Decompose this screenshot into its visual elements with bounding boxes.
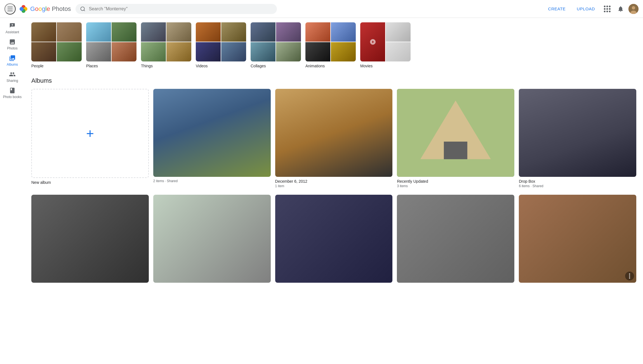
notifications-button[interactable] [615,3,626,15]
album-meta-shared: 2 items · Shared [153,179,271,183]
movies-img-1 [360,22,385,61]
album-item-recently[interactable]: Recently Updated 3 items [397,89,514,188]
category-people[interactable]: People [31,22,82,68]
things-img-4 [166,42,191,61]
collages-img-3 [251,42,275,61]
people-img-4 [57,42,82,61]
albums-grid: + New album 2 items · Shared December 6,… [31,89,636,188]
sidebar-item-photos[interactable]: Photos [0,36,25,53]
google-photos-icon [18,3,29,15]
bottom-album-3[interactable] [275,195,393,283]
category-videos[interactable]: Videos [196,22,246,68]
more-options-button[interactable] [625,272,634,280]
people-label: People [31,64,44,68]
album-photo-recently [397,89,514,177]
album-thumb-dropbox [519,89,636,177]
sidebar-item-sharing[interactable]: Sharing [0,69,25,85]
category-things[interactable]: Things [141,22,191,68]
movies-img-2 [386,22,411,42]
videos-img-2 [221,22,246,42]
album-meta-dec2012: 1 item [275,184,393,188]
animations-mosaic [305,22,356,61]
movies-img-3 [386,42,411,61]
album-title-dropbox: Drop Box [519,179,636,184]
movies-label: Movies [360,64,373,68]
videos-mosaic [196,22,246,61]
header-actions: CREATE UPLOAD [544,3,639,15]
bottom-album-1[interactable] [31,195,149,283]
album-meta-dropbox: 6 items · Shared [519,184,636,188]
bottom-thumb-img-2 [153,195,271,283]
things-label: Things [141,64,153,68]
assistant-icon [9,22,16,29]
album-title-dec2012: December 6, 2012 [275,179,393,184]
people-img-3 [31,42,56,61]
people-img-1 [31,22,56,42]
collages-img-4 [276,42,301,61]
photobooks-icon [9,87,16,94]
assistant-label: Assistant [6,30,19,34]
videos-label: Videos [196,64,208,68]
animations-img-4 [331,42,356,61]
photos-icon [9,39,16,45]
category-movies[interactable]: Movies [360,22,411,68]
svg-point-7 [632,6,635,9]
places-img-1 [86,22,111,42]
things-img-2 [166,22,191,42]
photobooks-label: Photo books [3,95,22,99]
videos-img-4 [221,42,246,61]
category-places[interactable]: Places [86,22,136,68]
svg-point-3 [20,7,23,11]
photos-label: Photos [7,46,17,50]
svg-rect-11 [444,142,467,159]
more-icon [629,273,630,279]
sidebar: Assistant Photos Albums [0,18,25,364]
places-img-3 [86,42,111,61]
animations-img-2 [331,22,356,42]
notifications-icon [617,6,624,12]
new-album-title: New album [31,180,149,185]
sidebar-item-albums[interactable]: Albums [0,53,25,69]
search-icon [80,6,86,12]
sidebar-item-assistant[interactable]: Assistant [0,20,25,36]
search-bar[interactable] [76,4,277,14]
main-layout: Assistant Photos Albums [0,18,643,364]
add-icon: + [32,89,148,177]
apps-button[interactable] [602,3,613,15]
people-img-2 [57,22,82,42]
bottom-albums-row [31,195,636,283]
search-input[interactable] [89,6,272,11]
bottom-album-4[interactable] [397,195,514,283]
bottom-album-2[interactable] [153,195,271,283]
pyramid-svg [397,89,514,177]
sidebar-item-photobooks[interactable]: Photo books [0,85,25,101]
menu-button[interactable] [4,3,16,15]
collages-img-1 [251,22,275,42]
places-mosaic [86,22,136,61]
create-button[interactable]: CREATE [544,4,570,13]
animations-img-3 [305,42,330,61]
new-album-item[interactable]: + New album [31,89,149,188]
logo[interactable]: Google Photos [18,3,71,15]
album-item-dec2012[interactable]: December 6, 2012 1 item [275,89,393,188]
user-avatar[interactable] [628,4,639,14]
albums-label: Albums [7,63,18,66]
things-img-3 [141,42,166,61]
avatar-image [628,4,639,14]
album-item-shared[interactable]: 2 items · Shared [153,89,271,188]
upload-button[interactable]: UPLOAD [572,4,599,13]
new-album-thumb: + [31,89,149,178]
category-animations[interactable]: Animations [305,22,356,68]
categories-row: People Places Th [31,22,636,68]
hamburger-icon [8,7,13,11]
bottom-thumb-img-5 [519,195,636,283]
album-thumb-shared [153,89,271,177]
bottom-thumb-img-1 [31,195,149,283]
album-item-dropbox[interactable]: Drop Box 6 items · Shared [519,89,636,188]
places-img-2 [112,22,136,42]
collages-mosaic [251,22,301,61]
category-collages[interactable]: Collages [251,22,301,68]
bottom-album-5[interactable] [519,195,636,283]
album-photo-dec2012 [275,89,393,177]
apps-icon [604,6,611,12]
